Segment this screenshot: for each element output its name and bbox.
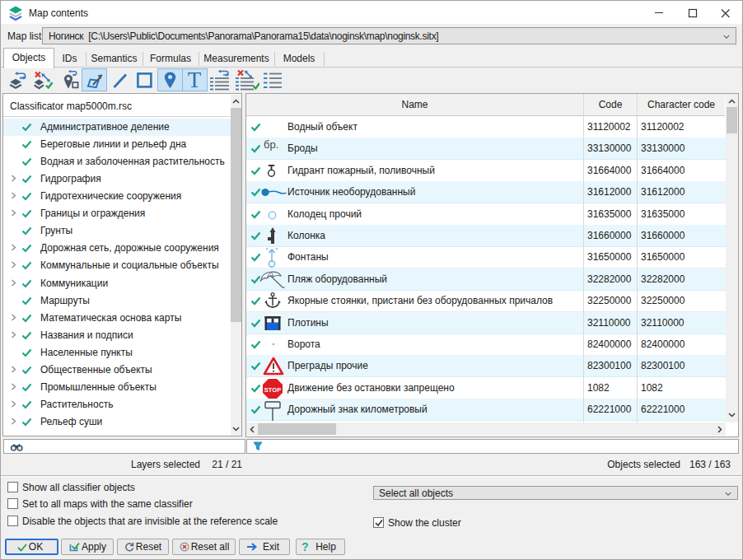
- svg-text:STOP: STOP: [264, 385, 281, 393]
